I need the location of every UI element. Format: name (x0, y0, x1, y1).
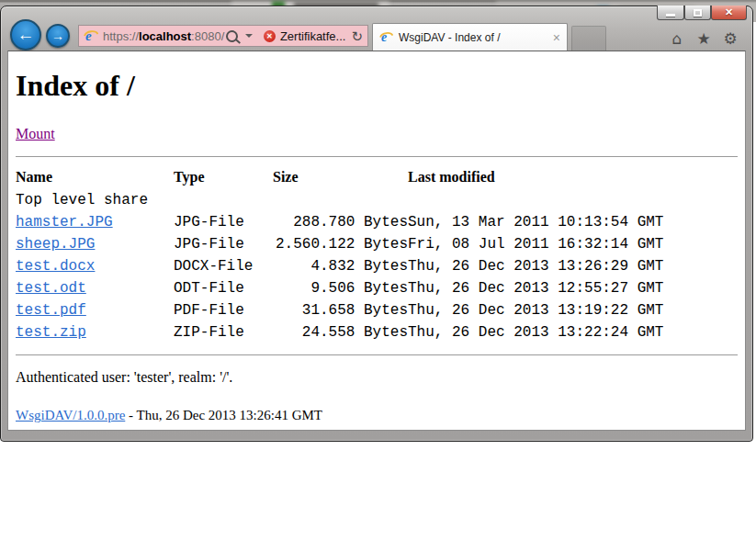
server-footer: WsgiDAV/1.0.0.pre - Thu, 26 Dec 2013 13:… (16, 408, 738, 423)
file-size-cell: 288.780 Bytes (273, 211, 408, 233)
close-icon: ✕ (725, 7, 733, 17)
browser-tab[interactable]: e WsgiDAV - Index of / × (372, 23, 568, 51)
settings-gear-icon[interactable]: ⚙ (721, 29, 739, 48)
file-type-cell: JPG-File (174, 211, 273, 233)
file-size-cell: 4.832 Bytes (273, 255, 408, 277)
file-modified-cell: Thu, 26 Dec 2013 13:22:24 GMT (408, 321, 685, 343)
tab-close-icon[interactable]: × (553, 31, 560, 44)
file-size-cell: 2.560.122 Bytes (273, 233, 408, 255)
file-name-cell: sheep.JPG (16, 233, 174, 255)
address-bar[interactable]: e https://localhost:8080/ ✕ Zertifikatfe… (78, 25, 368, 47)
screenshot-root: ✕ ← → e https://localhost:8080/ ✕ Zertif… (0, 0, 756, 551)
file-size-cell: 31.658 Bytes (273, 299, 408, 321)
page-title: Index of / (16, 70, 738, 102)
ie-logo-icon: e (379, 30, 393, 44)
file-type-cell: JPG-File (174, 233, 273, 255)
back-arrow-icon: ← (17, 25, 35, 45)
file-type-cell: PDF-File (174, 299, 273, 321)
file-link[interactable]: test.docx (16, 258, 95, 275)
file-modified-cell: Sun, 13 Mar 2011 10:13:54 GMT (408, 211, 685, 233)
file-table: Name Type Size Last modified Top level s… (16, 165, 685, 343)
share-note: Top level share (16, 189, 685, 211)
server-version-link[interactable]: WsgiDAV/1.0.0.pre (16, 408, 125, 422)
page-content: Index of / Mount Name Type Size Last mod… (7, 51, 746, 431)
column-header-type: Type (174, 165, 273, 189)
file-link[interactable]: test.odt (16, 280, 86, 297)
file-name-cell: test.zip (16, 321, 174, 343)
table-row: test.zip ZIP-File 24.558 Bytes Thu, 26 D… (16, 321, 685, 343)
file-name-cell: test.docx (16, 255, 174, 277)
file-link[interactable]: sheep.JPG (16, 236, 95, 253)
table-row: test.pdf PDF-File 31.658 Bytes Thu, 26 D… (16, 299, 685, 321)
file-name-cell: test.pdf (16, 299, 174, 321)
column-header-name: Name (16, 165, 174, 189)
column-header-modified: Last modified (408, 165, 685, 189)
file-modified-cell: Thu, 26 Dec 2013 13:26:29 GMT (408, 255, 685, 277)
url-text[interactable]: https://localhost:8080/ (103, 29, 224, 43)
file-link[interactable]: test.zip (16, 324, 86, 341)
file-table-body: Top level share hamster.JPG JPG-File 288… (16, 189, 685, 343)
minimize-button[interactable] (657, 6, 684, 20)
url-path: :8080/ (191, 29, 224, 43)
file-type-cell: ZIP-File (174, 321, 273, 343)
ie-logo-icon: e (84, 28, 98, 43)
table-row: hamster.JPG JPG-File 288.780 Bytes Sun, … (16, 211, 685, 233)
maximize-icon (694, 9, 702, 17)
search-icon[interactable] (226, 30, 238, 42)
table-header-row: Name Type Size Last modified (16, 165, 685, 189)
authenticated-user-line: Authenticated user: 'tester', realm: '/'… (16, 369, 738, 386)
browser-window: ✕ ← → e https://localhost:8080/ ✕ Zertif… (0, 6, 753, 442)
new-tab-button[interactable] (571, 26, 606, 51)
file-name-cell: test.odt (16, 277, 174, 299)
table-row: sheep.JPG JPG-File 2.560.122 Bytes Fri, … (16, 233, 685, 255)
file-link[interactable]: hamster.JPG (16, 214, 113, 231)
footer-timestamp: - Thu, 26 Dec 2013 13:26:41 GMT (125, 408, 322, 422)
home-icon[interactable]: ⌂ (668, 29, 686, 48)
share-note-row: Top level share (16, 189, 685, 211)
chevron-down-icon[interactable] (245, 34, 253, 38)
certificate-error-label[interactable]: Zertifikatfe... (280, 29, 346, 43)
back-button[interactable]: ← (10, 19, 41, 51)
url-protocol: https:// (103, 29, 139, 43)
file-type-cell: ODT-File (174, 277, 273, 299)
file-modified-cell: Fri, 08 Jul 2011 16:32:14 GMT (408, 233, 685, 255)
file-link[interactable]: test.pdf (16, 302, 86, 319)
file-size-cell: 24.558 Bytes (273, 321, 408, 343)
tab-title: WsgiDAV - Index of / (399, 31, 500, 44)
favorites-star-icon[interactable]: ★ (694, 29, 713, 48)
column-header-size: Size (273, 165, 408, 189)
browser-toolbar-icons: ⌂ ★ ⚙ (668, 29, 739, 48)
mount-row: Mount (16, 126, 738, 142)
mount-link[interactable]: Mount (16, 126, 55, 141)
divider (16, 156, 738, 158)
file-modified-cell: Thu, 26 Dec 2013 12:55:27 GMT (408, 277, 685, 299)
table-row: test.odt ODT-File 9.506 Bytes Thu, 26 De… (16, 277, 685, 299)
close-window-button[interactable]: ✕ (711, 6, 747, 20)
file-type-cell: DOCX-File (174, 255, 273, 277)
file-size-cell: 9.506 Bytes (273, 277, 408, 299)
refresh-icon[interactable]: ↻ (351, 29, 363, 43)
forward-arrow-icon: → (51, 28, 64, 43)
file-modified-cell: Thu, 26 Dec 2013 13:19:22 GMT (408, 299, 685, 321)
divider (16, 354, 738, 356)
forward-button[interactable]: → (46, 24, 70, 48)
maximize-button[interactable] (684, 6, 711, 20)
table-row: test.docx DOCX-File 4.832 Bytes Thu, 26 … (16, 255, 685, 277)
minimize-icon (666, 14, 675, 17)
file-name-cell: hamster.JPG (16, 211, 174, 233)
url-host: localhost (139, 29, 191, 43)
certificate-error-icon[interactable]: ✕ (264, 30, 276, 42)
